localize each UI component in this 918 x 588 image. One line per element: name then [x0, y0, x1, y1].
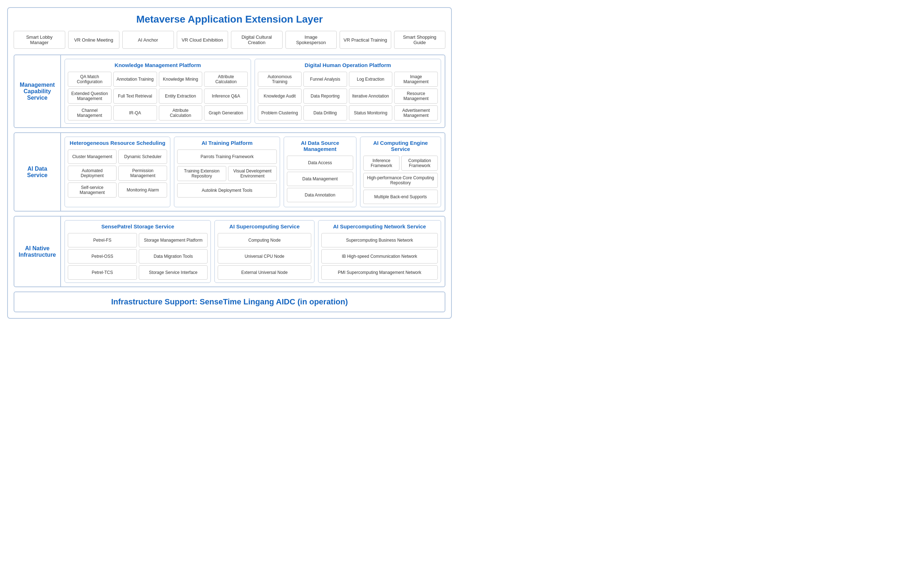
dh-cell-7: Resource Management: [394, 89, 438, 103]
sp-cell-0: Petrel-FS: [68, 233, 137, 247]
infrastructure-label: AI Native Infrastructure: [15, 216, 61, 286]
c-cell-3: Multiple Back-end Supports: [363, 190, 438, 204]
t-cell-0: Parrots Training Framework: [177, 150, 276, 164]
hetero-grid: Cluster Management Dynamic Scheduler Aut…: [68, 150, 167, 197]
hetero-title: Heterogeneous Resource Scheduling: [68, 140, 167, 146]
app-vr-training: VR Practical Training: [339, 31, 391, 49]
sensepatrel-box: SensePatrel Storage Service Petrel-FS St…: [65, 220, 211, 283]
knowledge-platform: Knowledge Management Platform QA Match C…: [65, 59, 251, 124]
ds-cell-0: Data Access: [287, 156, 353, 170]
km-cell-5: Full Text Retrieval: [113, 89, 157, 103]
bottom-banner: Infrastructure Support: SenseTime Lingan…: [14, 291, 445, 312]
dh-cell-5: Data Reporting: [303, 89, 347, 103]
ds-cell-1: Data Management: [287, 172, 353, 186]
sp-cell-4: Petrel-TCS: [68, 265, 137, 279]
knowledge-title: Knowledge Management Platform: [68, 62, 248, 68]
app-digital-cultural: Digital Cultural Creation: [231, 31, 283, 49]
sc-cell-1: Universal CPU Node: [218, 249, 311, 263]
training-grid-2: Autolink Deployment Tools: [177, 183, 276, 197]
km-cell-1: Annotation Training: [113, 72, 157, 87]
knowledge-grid: QA Match Configuration Annotation Traini…: [68, 72, 248, 121]
ai-data-row: AI Data Service Heterogeneous Resource S…: [14, 132, 445, 212]
ai-data-content: Heterogeneous Resource Scheduling Cluste…: [61, 133, 444, 211]
management-row: Management Capability Service Knowledge …: [14, 55, 445, 128]
training-grid-2col: Training Extension Repository Visual Dev…: [177, 166, 276, 181]
computing-title: AI Computing Engine Service: [363, 140, 438, 152]
supercomputing-grid: Computing Node Universal CPU Node Extern…: [218, 233, 311, 279]
ai-datasource-box: AI Data Source Management Data Access Da…: [284, 137, 356, 207]
app-image-spokesperson: Image Spokesperson: [285, 31, 337, 49]
app-vr-meeting: VR Online Meeting: [68, 31, 120, 49]
sensepatrel-title: SensePatrel Storage Service: [68, 223, 208, 229]
digital-grid: Autonomous Training Funnel Analysis Log …: [258, 72, 438, 121]
dh-cell-8: Problem Clustering: [258, 105, 302, 121]
t-cell-1: Training Extension Repository: [177, 166, 226, 181]
sc-cell-0: Computing Node: [218, 233, 311, 247]
heterogeneous-box: Heterogeneous Resource Scheduling Cluste…: [65, 137, 170, 207]
app-smart-lobby: Smart Lobby Manager: [14, 31, 65, 49]
apps-row: Smart Lobby Manager VR Online Meeting AI…: [14, 31, 445, 49]
km-cell-8: Channel Management: [68, 105, 112, 121]
dh-cell-10: Status Monitoring: [349, 105, 393, 121]
sp-cell-2: Petrel-OSS: [68, 249, 137, 263]
ai-computing-box: AI Computing Engine Service Inference Fr…: [360, 137, 441, 207]
infrastructure-row: AI Native Infrastructure SensePatrel Sto…: [14, 216, 445, 287]
h-cell-2: Automated Deployment: [68, 166, 116, 181]
h-cell-0: Cluster Management: [68, 150, 116, 164]
management-content: Knowledge Management Platform QA Match C…: [61, 55, 444, 127]
km-cell-4: Extended Question Management: [68, 89, 112, 103]
training-title: AI Training Platform: [177, 140, 276, 146]
supercomputing-title: AI Supercomputing Service: [218, 223, 311, 229]
sp-cell-5: Storage Service Interface: [139, 265, 208, 279]
km-cell-3: Attribute Calculation: [204, 72, 248, 87]
app-ai-anchor: AI Anchor: [122, 31, 174, 49]
dh-cell-6: Iterative Annotation: [349, 89, 393, 103]
c-cell-2: High-performance Core Computing Reposito…: [363, 173, 438, 188]
c-cell-1: Compilation Framework: [401, 156, 438, 171]
supercomputing-box: AI Supercomputing Service Computing Node…: [215, 220, 314, 283]
ds-cell-2: Data Annotation: [287, 188, 353, 202]
ai-data-label: AI Data Service: [15, 133, 61, 211]
training-grid: Parrots Training Framework: [177, 150, 276, 164]
sc-cell-2: External Universal Node: [218, 265, 311, 279]
t-cell-2: Visual Development Environment: [228, 166, 277, 181]
km-cell-2: Knowledge Mining: [159, 72, 203, 87]
dh-cell-9: Data Drilling: [303, 105, 347, 121]
km-cell-7: Inference Q&A: [204, 89, 248, 103]
ai-training-box: AI Training Platform Parrots Training Fr…: [174, 137, 280, 207]
sp-cell-3: Data Migration Tools: [139, 249, 208, 263]
km-cell-11: Graph Generation: [204, 105, 248, 121]
dh-cell-2: Log Extraction: [349, 72, 393, 87]
computing-grid: Inference Framework Compilation Framewor…: [363, 156, 438, 171]
management-label: Management Capability Service: [15, 55, 61, 127]
h-cell-5: Monitoring Alarm: [118, 183, 167, 197]
supercomputing-net-box: AI Supercomputing Network Service Superc…: [318, 220, 441, 283]
digital-title: Digital Human Operation Platform: [258, 62, 438, 68]
datasource-grid: Data Access Data Management Data Annotat…: [287, 156, 353, 202]
dh-cell-4: Knowledge Audit: [258, 89, 302, 103]
app-vr-cloud: VR Cloud Exhibition: [177, 31, 228, 49]
outer-container: Metaverse Application Extension Layer Sm…: [7, 7, 452, 319]
dh-cell-11: Advertisement Management: [394, 105, 438, 121]
km-cell-10: Attribute Calculation: [159, 105, 203, 121]
dh-cell-0: Autonomous Training: [258, 72, 302, 87]
h-cell-3: Permission Management: [118, 166, 167, 181]
supernet-grid: Supercomputing Business Network IB High-…: [321, 233, 438, 279]
sensepatrel-grid: Petrel-FS Storage Management Platform Pe…: [68, 233, 208, 279]
digital-platform: Digital Human Operation Platform Autonom…: [255, 59, 441, 124]
h-cell-1: Dynamic Scheduler: [118, 150, 167, 164]
computing-grid-1col: High-performance Core Computing Reposito…: [363, 173, 438, 204]
main-title: Metaverse Application Extension Layer: [14, 14, 445, 25]
km-cell-9: IR-QA: [113, 105, 157, 121]
supernet-title: AI Supercomputing Network Service: [321, 223, 438, 229]
sn-cell-2: PMI Supercomputing Management Network: [321, 265, 438, 279]
app-smart-shopping: Smart Shopping Guide: [394, 31, 446, 49]
sn-cell-1: IB High-speed Communication Network: [321, 249, 438, 263]
sn-cell-0: Supercomputing Business Network: [321, 233, 438, 247]
t-cell-3: Autolink Deployment Tools: [177, 183, 276, 197]
datasource-title: AI Data Source Management: [287, 140, 353, 152]
h-cell-4: Self-service Management: [68, 183, 116, 197]
dh-cell-1: Funnel Analysis: [303, 72, 347, 87]
infra-content: SensePatrel Storage Service Petrel-FS St…: [61, 216, 444, 286]
km-cell-6: Entity Extraction: [159, 89, 203, 103]
